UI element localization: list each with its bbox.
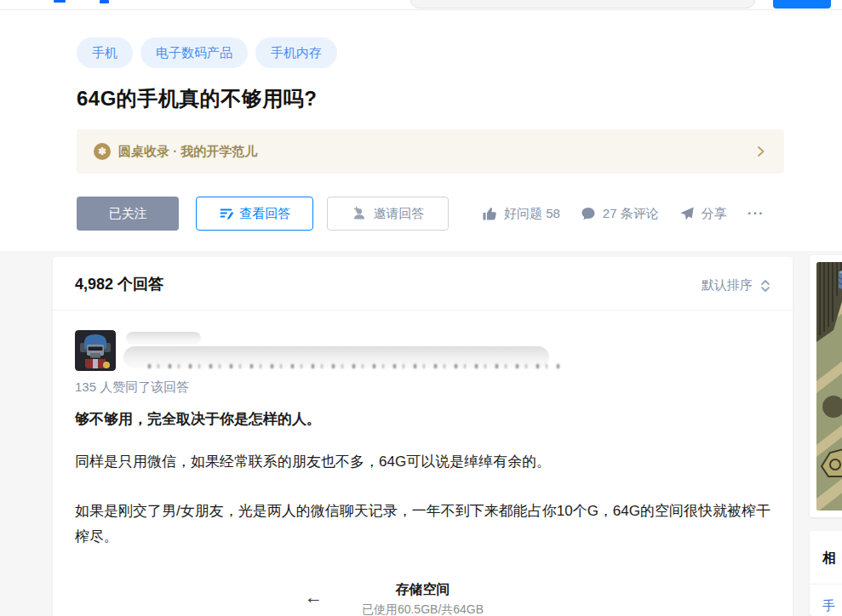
sort-dropdown[interactable]: 默认排序 [702,277,770,294]
avatar[interactable] [75,330,116,371]
more-options-button[interactable]: ··· [747,205,765,222]
answer-paragraph-2: 如果是刚交了男/女朋友，光是两人的微信聊天记录，一年不到下来都能占你10个G，6… [75,499,771,550]
sort-label: 默认排序 [702,277,753,294]
view-answers-button[interactable]: 查看回答 [196,197,313,231]
storage-screen-title: 存储空间 [53,581,793,599]
sort-arrows-icon [760,279,770,293]
comments-button[interactable]: 27 条评论 [581,206,659,222]
good-question-button[interactable]: 好问题 58 [481,206,560,222]
related-questions-card: 相 手 [810,531,842,616]
answer-pen-icon [219,206,234,221]
storage-usage-text: 已使用60.5GB/共64GB [53,602,793,616]
topic-tag-digital-products[interactable]: 电子数码产品 [140,37,248,68]
followed-button[interactable]: 已关注 [77,197,179,231]
sidebar-ad-card [810,255,842,517]
answer-lead-paragraph: 够不够用，完全取决于你是怎样的人。 [75,409,321,429]
roundtable-label: 圆桌收录 · 我的开学范儿 [118,144,257,160]
invite-person-icon [352,206,368,221]
sidebar-ad-image[interactable] [816,262,842,510]
divider [810,584,842,585]
answer-paragraph-1: 同样是只用微信，如果经常联系的朋友也不多，64G可以说是绰绰有余的。 [75,452,551,471]
upvote-note: 135 人赞同了该回答 [75,379,189,396]
divider [53,310,793,311]
topic-tag-phone[interactable]: 手机 [77,37,133,68]
topic-tags: 手机 电子数码产品 手机内存 [77,37,337,68]
related-question-link[interactable]: 手 [822,598,835,614]
invite-answer-button[interactable]: 邀请回答 [327,197,449,231]
answers-card: 4,982 个回答 默认排序 135 人赞同了该回答 够不够用，完全取决于你是怎… [53,257,793,616]
question-actions: 已关注 查看回答 邀请回答 好问题 58 27 条评论 分享 ··· [77,197,765,231]
author-name-redacted[interactable] [126,332,201,345]
search-input[interactable] [410,0,755,9]
comment-bubble-icon [581,206,596,221]
good-question-label: 好问题 58 [504,206,560,222]
share-label: 分享 [702,206,727,222]
answer-count: 4,982 个回答 [75,274,163,294]
share-button[interactable]: 分享 [679,206,727,222]
back-arrow-icon: ← [305,587,323,607]
embedded-screenshot[interactable]: ← 存储空间 已使用60.5GB/共64GB [53,581,793,616]
question-title: 64G的手机真的不够用吗? [77,85,318,112]
related-questions-title: 相 [822,550,836,568]
zhihu-logo-icon[interactable] [100,0,109,3]
thumb-up-icon [481,206,497,222]
topic-tag-phone-storage[interactable]: 手机内存 [255,37,337,68]
roundtable-banner[interactable]: ✽ 圆桌收录 · 我的开学范儿 [77,129,784,174]
header-primary-button[interactable] [773,0,831,9]
paper-plane-icon [679,206,695,221]
invite-answer-label: 邀请回答 [374,206,425,222]
chevron-right-icon [756,145,767,157]
comments-label: 27 条评论 [603,206,659,222]
view-answers-label: 查看回答 [240,206,291,222]
zhihu-logo-icon[interactable] [54,0,66,3]
blurred-text-fragment [148,364,564,368]
roundtable-icon: ✽ [94,143,111,160]
